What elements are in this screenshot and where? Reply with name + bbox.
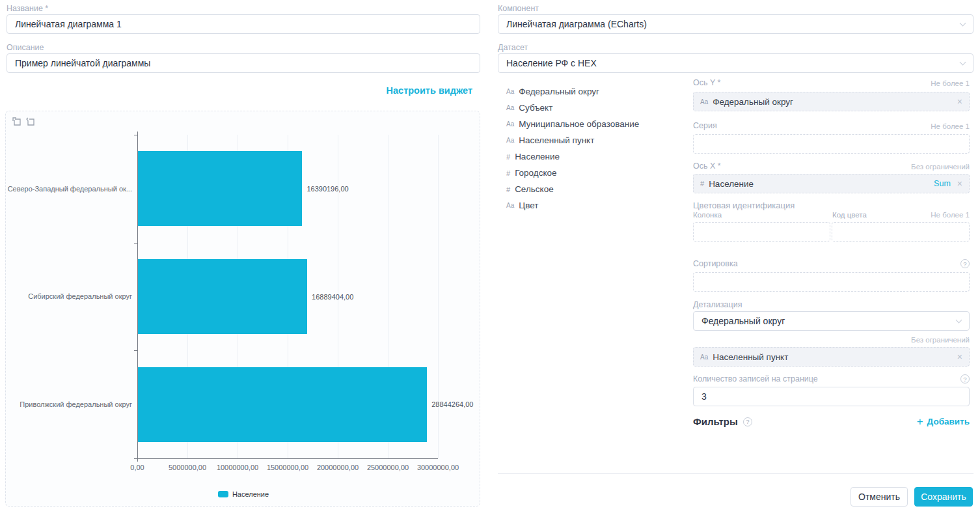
component-select[interactable]: Линейчатая диаграмма (ECharts) <box>498 14 973 34</box>
description-label: Описание <box>7 43 44 52</box>
add-filter-label: Добавить <box>927 417 970 426</box>
text-type-icon: Aa <box>506 88 514 95</box>
gridline <box>438 135 439 458</box>
category-label: Северо-Западный федеральный ок... <box>10 135 132 243</box>
legend-label: Население <box>232 490 269 498</box>
footer-divider <box>498 473 973 474</box>
field-label: Федеральный округ <box>519 87 599 96</box>
x-tick-label: 25000000,00 <box>367 464 409 471</box>
detail-chip[interactable]: Aa Населенный пункт × <box>693 347 970 367</box>
page-size-input[interactable] <box>693 387 970 406</box>
detail-select[interactable]: Федеральный округ <box>693 311 970 331</box>
legend-marker <box>218 491 228 497</box>
field-item[interactable]: #Городское <box>506 168 556 178</box>
color-code-dropzone[interactable] <box>832 222 970 242</box>
text-type-icon: Aa <box>700 354 708 361</box>
color-identification-label: Цветовая идентификация <box>693 201 795 210</box>
text-type-icon: Aa <box>506 202 514 209</box>
close-icon[interactable]: × <box>957 352 962 361</box>
field-label: Муниципальное образование <box>519 119 639 129</box>
x-tick-label: 15000000,00 <box>267 464 308 471</box>
plus-icon: + <box>917 416 923 427</box>
field-label: Цвет <box>519 201 538 210</box>
dataset-select[interactable]: Население РФ с HEX <box>498 53 973 73</box>
axis-x-label: Ось X * <box>693 161 721 171</box>
field-label: Субъект <box>519 103 552 113</box>
text-type-icon: Aa <box>506 137 514 144</box>
x-tick-label: 5000000,00 <box>169 464 206 471</box>
dataset-value: Население РФ с HEX <box>506 58 597 68</box>
datazoom-icon[interactable] <box>12 117 21 126</box>
chevron-down-icon <box>960 59 966 65</box>
series-dropzone[interactable] <box>693 134 970 154</box>
cancel-button[interactable]: Отменить <box>851 487 908 507</box>
field-item[interactable]: AaЦвет <box>506 201 538 210</box>
axis-x-chip[interactable]: # Население Sum × <box>693 174 970 193</box>
y-axis-tick <box>134 243 137 244</box>
name-input[interactable] <box>7 14 480 34</box>
x-tick-label: 20000000,00 <box>317 464 359 471</box>
bar-chart-plot: 0,005000000,0010000000,0015000000,002000… <box>137 135 438 458</box>
help-icon[interactable]: ? <box>743 417 752 426</box>
chart-legend[interactable]: Население <box>6 490 481 498</box>
field-item[interactable]: AaФедеральный округ <box>506 87 599 96</box>
save-button[interactable]: Сохранить <box>914 487 973 507</box>
field-item[interactable]: AaСубъект <box>506 103 552 113</box>
sorting-label: Сортировка <box>693 259 738 268</box>
y-axis-tick <box>134 350 137 351</box>
field-label: Населенный пункт <box>519 135 594 145</box>
color-column-dropzone[interactable] <box>693 222 830 242</box>
y-axis-tick <box>134 458 137 459</box>
value-label: 28844264,00 <box>431 400 473 408</box>
bar-2[interactable] <box>138 367 427 442</box>
axis-y-chip[interactable]: Aa Федеральный округ × <box>693 92 970 111</box>
aggregation-tag[interactable]: Sum <box>934 179 951 188</box>
chart-preview-panel: 0,005000000,0010000000,0015000000,002000… <box>5 111 480 507</box>
detail-limit: Без ограничений <box>693 336 970 344</box>
field-label: Городское <box>515 168 556 178</box>
detail-value: Федеральный округ <box>701 316 785 326</box>
chevron-down-icon <box>960 20 966 26</box>
close-icon[interactable]: × <box>957 179 962 188</box>
field-item[interactable]: #Сельское <box>506 184 554 194</box>
field-item[interactable]: #Население <box>506 152 560 161</box>
component-label: Компонент <box>498 4 539 13</box>
number-type-icon: # <box>506 186 510 193</box>
category-label: Сибирский федеральный округ <box>10 243 132 351</box>
bar-1[interactable] <box>138 259 307 334</box>
chevron-down-icon <box>956 316 962 323</box>
x-axis-line <box>137 458 438 459</box>
x-tick-label: 10000000,00 <box>217 464 258 471</box>
help-icon[interactable]: ? <box>960 374 970 383</box>
restore-icon[interactable] <box>26 117 35 126</box>
add-filter-button[interactable]: + Добавить <box>917 416 970 427</box>
text-type-icon: Aa <box>700 98 708 105</box>
help-icon[interactable]: ? <box>960 259 970 268</box>
axis-y-limit: Не более 1 <box>931 79 970 87</box>
field-item[interactable]: AaМуниципальное образование <box>506 119 639 129</box>
field-label: Население <box>515 152 560 161</box>
column-label: Колонка <box>693 211 722 219</box>
color-code-label: Код цвета <box>832 211 867 219</box>
axis-x-chip-label: Население <box>709 179 754 189</box>
axis-x-limit: Без ограничений <box>911 163 970 171</box>
detail-label: Детализация <box>693 300 742 309</box>
number-type-icon: # <box>506 169 510 177</box>
axis-y-chip-label: Федеральный округ <box>713 97 793 107</box>
x-tick-label: 30000000,00 <box>417 464 459 471</box>
series-limit: Не более 1 <box>931 122 970 130</box>
x-tick-label: 0,00 <box>130 464 144 471</box>
series-label: Серия <box>693 121 717 130</box>
value-label: 16390196,00 <box>306 185 348 193</box>
bar-0[interactable] <box>138 151 302 226</box>
description-input[interactable] <box>7 53 480 73</box>
sorting-dropzone[interactable] <box>693 272 970 292</box>
field-item[interactable]: AaНаселенный пункт <box>506 135 594 145</box>
name-label: Название * <box>7 4 48 13</box>
text-type-icon: Aa <box>506 120 514 128</box>
configure-widget-link[interactable]: Настроить виджет <box>7 85 472 96</box>
close-icon[interactable]: × <box>957 97 962 106</box>
dataset-label: Датасет <box>498 43 528 52</box>
axis-y-label: Ось Y * <box>693 78 720 87</box>
component-value: Линейчатая диаграмма (ECharts) <box>506 19 647 29</box>
